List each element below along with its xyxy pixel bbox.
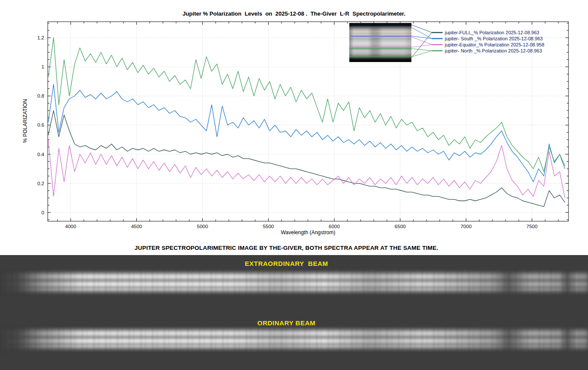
legend: jupiter-FULL_% Polarization 2025-12-08.9… <box>432 30 544 53</box>
data-series <box>48 38 565 207</box>
y-axis-label: % POLARIZATION <box>22 71 28 171</box>
x-tick-label: 4500 <box>131 224 142 229</box>
x-tick-label: 5500 <box>263 224 274 229</box>
y-tick-label: 0.8 <box>37 93 44 98</box>
legend-label: jupiter-FULL_% Polarization 2025-12-08.9… <box>444 30 539 35</box>
legend-connector <box>411 49 432 51</box>
ordinary-beam-label: ORDINARY BEAM <box>0 319 573 327</box>
y-tick-label: 0.4 <box>37 152 45 157</box>
x-tick-label: 6500 <box>394 224 406 229</box>
y-tick-label: 1 <box>42 64 44 69</box>
legend-connector-lines <box>411 25 432 58</box>
x-axis-label: Wavelength (Angstrom) <box>48 229 568 236</box>
legend-connector <box>411 27 432 39</box>
x-tick-label: 4000 <box>65 224 76 229</box>
legend-label: jupiter- North _% Polarization 2025-12-0… <box>444 48 542 53</box>
page: Jupiter % Polarization Levels on 2025-12… <box>0 0 588 370</box>
x-tick-label: 7000 <box>460 224 472 229</box>
polarization-chart: 4000450050005500600065007000750000.20.40… <box>0 0 588 243</box>
x-tick-label: 6000 <box>328 224 340 229</box>
extraordinary-beam-label: EXTRAORDINARY BEAM <box>0 260 573 267</box>
x-tick-label: 7500 <box>526 224 538 229</box>
axis-tick-labels: 4000450050005500600065007000750000.20.40… <box>37 35 538 229</box>
y-tick-label: 0.2 <box>37 181 44 186</box>
series-line-3 <box>48 38 565 172</box>
series-line-0 <box>48 111 565 207</box>
y-tick-label: 0 <box>42 210 44 215</box>
ordinary-beam-spectrum <box>0 327 588 352</box>
extraordinary-beam-spectrum <box>0 270 588 295</box>
legend-label: jupiter- South _% Polarization 2025-12-0… <box>444 36 543 41</box>
legend-connector <box>411 25 432 33</box>
y-tick-label: 1.2 <box>37 35 44 40</box>
bottom-caption: JUPITER SPECTROPOLARIMETRIC IMAGE BY THE… <box>0 245 573 251</box>
legend-inset-image <box>349 23 411 62</box>
y-tick-label: 0.6 <box>37 122 44 128</box>
spectropolarimetric-image-panel: EXTRAORDINARY BEAM ORDINARY BEAM <box>0 255 588 370</box>
legend-label: jupiter-Equator_% Polarization 2025-12-0… <box>444 42 544 47</box>
x-tick-label: 5000 <box>197 224 208 229</box>
